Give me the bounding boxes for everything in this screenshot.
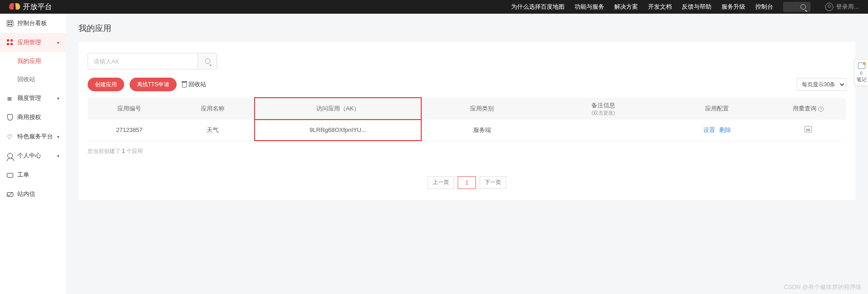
- nav-upgrade[interactable]: 服务升级: [722, 3, 745, 11]
- search-icon: [205, 58, 210, 64]
- help-icon[interactable]: ?: [818, 106, 824, 112]
- ak-search-input[interactable]: [88, 53, 198, 69]
- create-app-button[interactable]: 创建应用: [88, 78, 124, 91]
- dashboard-icon: [6, 20, 14, 27]
- username: 登录用...: [836, 3, 859, 11]
- float-note-widget[interactable]: c 笔记: [854, 59, 868, 86]
- chevron-down-icon: ▾: [57, 153, 59, 158]
- sidebar-item-mail[interactable]: 站内信: [0, 184, 66, 204]
- chevron-down-icon: ▾: [57, 134, 59, 139]
- config-set-link[interactable]: 设置: [703, 126, 715, 133]
- main-content: 我的应用 创建应用 离线TTS申请 回收站 每页显示30条: [66, 14, 868, 294]
- watermark: CSDN @有个健体梦的程序猿: [784, 283, 862, 291]
- search-icon: [800, 4, 806, 10]
- nav-solutions[interactable]: 解决方案: [614, 3, 638, 11]
- logo[interactable]: 开放平台: [9, 1, 52, 12]
- nav-console[interactable]: 控制台: [755, 3, 773, 11]
- summary-text: 您当前创建了 1 个应用: [88, 147, 846, 155]
- action-row: 创建应用 离线TTS申请 回收站 每页显示30条: [88, 78, 846, 91]
- th-config: 应用配置: [664, 98, 770, 120]
- cell-name: 天气: [171, 120, 255, 141]
- header-search[interactable]: [783, 2, 810, 12]
- note-letter: c: [860, 70, 863, 76]
- table-row: 27123857 天气 9LRRg68OXfpnIYU... 服务端 设置 删除: [88, 120, 846, 141]
- sidebar-item-license[interactable]: 商用授权: [0, 108, 66, 127]
- logo-icon: [9, 1, 20, 12]
- search-row: [88, 53, 846, 69]
- th-usage: 用量查询 ?: [770, 98, 846, 120]
- chart-icon: [805, 126, 812, 132]
- th-id: 应用编号: [88, 98, 171, 120]
- sidebar-item-profile[interactable]: 个人中心 ▾: [0, 146, 66, 165]
- cell-ak[interactable]: 9LRRg68OXfpnIYU...: [255, 120, 422, 141]
- sidebar-item-ticket[interactable]: 工单: [0, 165, 66, 184]
- nav-features[interactable]: 功能与服务: [575, 3, 604, 11]
- th-ak: 访问应用（AK）: [255, 98, 422, 120]
- ak-search-wrap: [88, 53, 217, 69]
- heart-icon: [6, 133, 14, 140]
- sidebar-item-dashboard[interactable]: 控制台看板: [0, 14, 66, 33]
- chevron-down-icon: ▾: [57, 40, 59, 45]
- nav-docs[interactable]: 开发文档: [648, 3, 672, 11]
- page-next[interactable]: 下一页: [480, 176, 506, 189]
- sidebar-sub-myapps[interactable]: 我的应用: [0, 52, 66, 70]
- cell-config: 设置 删除: [664, 120, 770, 141]
- th-type: 应用类别: [421, 98, 543, 120]
- note-label: 笔记: [857, 77, 867, 83]
- table-header-row: 应用编号 应用名称 访问应用（AK） 应用类别 备注信息 (双击更改) 应用配置…: [88, 98, 846, 120]
- sidebar-item-feature[interactable]: 特色服务平台 ▾: [0, 127, 66, 146]
- user-menu[interactable]: 登录用...: [825, 3, 859, 11]
- top-nav: 为什么选择百度地图 功能与服务 解决方案 开发文档 反馈与帮助 服务升级 控制台…: [511, 2, 859, 12]
- sidebar-sub-recycle[interactable]: 回收站: [0, 70, 66, 89]
- ak-search-button[interactable]: [198, 53, 217, 69]
- th-name: 应用名称: [171, 98, 255, 120]
- shield-icon: [6, 114, 14, 121]
- apps-table: 应用编号 应用名称 访问应用（AK） 应用类别 备注信息 (双击更改) 应用配置…: [88, 98, 846, 141]
- page-prev[interactable]: 上一页: [428, 176, 454, 189]
- page-1[interactable]: 1: [458, 176, 476, 189]
- note-icon: [858, 63, 865, 69]
- nav-feedback[interactable]: 反馈与帮助: [682, 3, 711, 11]
- top-header: 开放平台 为什么选择百度地图 功能与服务 解决方案 开发文档 反馈与帮助 服务升…: [0, 0, 868, 14]
- panel: 创建应用 离线TTS申请 回收站 每页显示30条 应用编号 应用名称 访问应用（…: [78, 42, 855, 200]
- trash-icon: [182, 82, 187, 88]
- sidebar-item-apps[interactable]: 应用管理 ▾: [0, 33, 66, 52]
- logo-text: 开放平台: [23, 2, 52, 12]
- pagination: 上一页 1 下一页: [88, 176, 846, 189]
- page-size-select[interactable]: 每页显示30条: [797, 78, 846, 91]
- cell-remark[interactable]: [543, 120, 664, 141]
- sidebar-item-quota[interactable]: 额度管理 ▾: [0, 89, 66, 108]
- cell-id: 27123857: [88, 120, 171, 141]
- user-icon: [6, 152, 14, 159]
- cell-usage[interactable]: [770, 120, 846, 141]
- th-remark: 备注信息 (双击更改): [543, 98, 664, 120]
- avatar-icon: [825, 3, 833, 11]
- offline-tts-button[interactable]: 离线TTS申请: [130, 78, 177, 91]
- nav-why[interactable]: 为什么选择百度地图: [511, 3, 565, 11]
- mail-icon: [6, 190, 14, 198]
- apps-icon: [6, 39, 14, 46]
- recycle-label: 回收站: [188, 80, 206, 89]
- page-title: 我的应用: [78, 23, 855, 34]
- chevron-down-icon: ▾: [57, 96, 59, 101]
- recycle-link[interactable]: 回收站: [182, 80, 206, 89]
- cell-type: 服务端: [421, 120, 543, 141]
- quota-icon: [6, 94, 14, 102]
- config-del-link[interactable]: 删除: [719, 126, 731, 133]
- sidebar: 控制台看板 应用管理 ▾ 我的应用 回收站 额度管理 ▾ 商用授权 特色服务平台…: [0, 14, 66, 294]
- ticket-icon: [6, 171, 14, 178]
